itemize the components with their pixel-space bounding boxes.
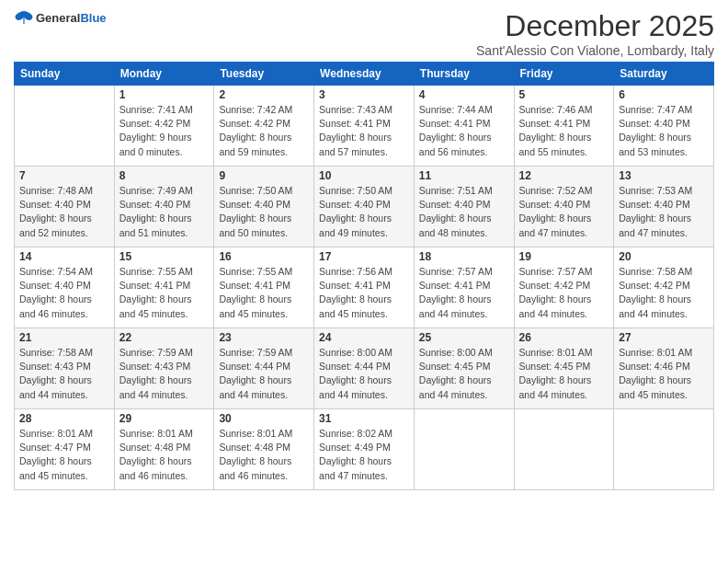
month-title: December 2025 <box>476 9 714 43</box>
day-info: Sunrise: 7:56 AM Sunset: 4:41 PM Dayligh… <box>319 265 409 321</box>
day-info: Sunrise: 8:01 AM Sunset: 4:47 PM Dayligh… <box>19 427 109 483</box>
day-number: 3 <box>319 88 409 101</box>
day-info: Sunrise: 8:01 AM Sunset: 4:48 PM Dayligh… <box>219 427 309 483</box>
day-number: 18 <box>419 250 509 263</box>
day-info: Sunrise: 7:44 AM Sunset: 4:41 PM Dayligh… <box>419 103 509 159</box>
day-info: Sunrise: 8:00 AM Sunset: 4:44 PM Dayligh… <box>319 346 409 402</box>
logo: General Blue <box>14 9 107 26</box>
day-number: 29 <box>119 412 210 425</box>
calendar-cell: 2Sunrise: 7:42 AM Sunset: 4:42 PM Daylig… <box>214 86 314 167</box>
day-number: 21 <box>19 331 109 344</box>
day-info: Sunrise: 7:53 AM Sunset: 4:40 PM Dayligh… <box>619 184 709 240</box>
day-info: Sunrise: 7:55 AM Sunset: 4:41 PM Dayligh… <box>119 265 210 321</box>
day-info: Sunrise: 7:59 AM Sunset: 4:43 PM Dayligh… <box>119 346 210 402</box>
day-number: 14 <box>19 250 109 263</box>
calendar-cell: 29Sunrise: 8:01 AM Sunset: 4:48 PM Dayli… <box>114 409 214 490</box>
day-info: Sunrise: 7:55 AM Sunset: 4:41 PM Dayligh… <box>219 265 309 321</box>
calendar-cell: 25Sunrise: 8:00 AM Sunset: 4:45 PM Dayli… <box>414 328 514 409</box>
day-info: Sunrise: 7:57 AM Sunset: 4:42 PM Dayligh… <box>519 265 609 321</box>
day-number: 19 <box>519 250 609 263</box>
week-row-3: 14Sunrise: 7:54 AM Sunset: 4:40 PM Dayli… <box>15 247 714 328</box>
calendar-cell: 27Sunrise: 8:01 AM Sunset: 4:46 PM Dayli… <box>614 328 714 409</box>
day-info: Sunrise: 7:58 AM Sunset: 4:43 PM Dayligh… <box>19 346 109 402</box>
header-friday: Friday <box>514 63 614 86</box>
day-number: 2 <box>219 88 309 101</box>
day-info: Sunrise: 7:48 AM Sunset: 4:40 PM Dayligh… <box>19 184 109 240</box>
day-number: 8 <box>119 169 210 182</box>
header-wednesday: Wednesday <box>314 63 415 86</box>
calendar-cell: 3Sunrise: 7:43 AM Sunset: 4:41 PM Daylig… <box>314 86 415 167</box>
calendar-cell: 5Sunrise: 7:46 AM Sunset: 4:41 PM Daylig… <box>514 86 614 167</box>
week-row-5: 28Sunrise: 8:01 AM Sunset: 4:47 PM Dayli… <box>15 409 714 490</box>
day-number: 23 <box>219 331 309 344</box>
day-info: Sunrise: 8:01 AM Sunset: 4:46 PM Dayligh… <box>619 346 709 402</box>
day-info: Sunrise: 7:46 AM Sunset: 4:41 PM Dayligh… <box>519 103 609 159</box>
calendar-cell: 4Sunrise: 7:44 AM Sunset: 4:41 PM Daylig… <box>414 86 514 167</box>
day-number: 31 <box>319 412 409 425</box>
day-info: Sunrise: 7:49 AM Sunset: 4:40 PM Dayligh… <box>119 184 210 240</box>
day-number: 24 <box>319 331 409 344</box>
day-number: 28 <box>19 412 109 425</box>
day-info: Sunrise: 8:00 AM Sunset: 4:45 PM Dayligh… <box>419 346 509 402</box>
day-number: 13 <box>619 169 709 182</box>
header-saturday: Saturday <box>614 63 714 86</box>
calendar-cell: 17Sunrise: 7:56 AM Sunset: 4:41 PM Dayli… <box>314 247 415 328</box>
calendar-cell: 7Sunrise: 7:48 AM Sunset: 4:40 PM Daylig… <box>15 167 115 247</box>
day-number: 25 <box>419 331 509 344</box>
day-number: 5 <box>519 88 609 101</box>
calendar-cell: 11Sunrise: 7:51 AM Sunset: 4:40 PM Dayli… <box>414 167 514 247</box>
day-info: Sunrise: 8:01 AM Sunset: 4:48 PM Dayligh… <box>119 427 210 483</box>
calendar-cell: 14Sunrise: 7:54 AM Sunset: 4:40 PM Dayli… <box>15 247 115 328</box>
week-row-2: 7Sunrise: 7:48 AM Sunset: 4:40 PM Daylig… <box>15 167 714 247</box>
calendar-cell: 26Sunrise: 8:01 AM Sunset: 4:45 PM Dayli… <box>514 328 614 409</box>
calendar-cell: 20Sunrise: 7:58 AM Sunset: 4:42 PM Dayli… <box>614 247 714 328</box>
calendar-cell <box>514 409 614 490</box>
day-number: 10 <box>319 169 409 182</box>
day-info: Sunrise: 7:51 AM Sunset: 4:40 PM Dayligh… <box>419 184 509 240</box>
location-subtitle: Sant'Alessio Con Vialone, Lombardy, Ital… <box>476 43 714 58</box>
calendar-cell: 10Sunrise: 7:50 AM Sunset: 4:40 PM Dayli… <box>314 167 415 247</box>
day-info: Sunrise: 7:54 AM Sunset: 4:40 PM Dayligh… <box>19 265 109 321</box>
logo-bird-icon <box>14 9 34 26</box>
logo-text: General Blue <box>36 11 107 25</box>
calendar-cell: 6Sunrise: 7:47 AM Sunset: 4:40 PM Daylig… <box>614 86 714 167</box>
calendar-cell: 22Sunrise: 7:59 AM Sunset: 4:43 PM Dayli… <box>114 328 214 409</box>
day-info: Sunrise: 7:52 AM Sunset: 4:40 PM Dayligh… <box>519 184 609 240</box>
day-number: 22 <box>119 331 210 344</box>
logo-general: General <box>36 11 80 25</box>
header-row: SundayMondayTuesdayWednesdayThursdayFrid… <box>15 63 714 86</box>
day-number: 16 <box>219 250 309 263</box>
day-number: 11 <box>419 169 509 182</box>
calendar-cell: 24Sunrise: 8:00 AM Sunset: 4:44 PM Dayli… <box>314 328 415 409</box>
calendar-cell: 31Sunrise: 8:02 AM Sunset: 4:49 PM Dayli… <box>314 409 415 490</box>
day-number: 6 <box>619 88 709 101</box>
day-number: 20 <box>619 250 709 263</box>
day-number: 17 <box>319 250 409 263</box>
day-info: Sunrise: 7:42 AM Sunset: 4:42 PM Dayligh… <box>219 103 309 159</box>
day-number: 26 <box>519 331 609 344</box>
calendar-cell <box>414 409 514 490</box>
page-header: General Blue December 2025 Sant'Alessio … <box>14 9 714 58</box>
day-number: 9 <box>219 169 309 182</box>
calendar-cell: 8Sunrise: 7:49 AM Sunset: 4:40 PM Daylig… <box>114 167 214 247</box>
calendar-cell: 21Sunrise: 7:58 AM Sunset: 4:43 PM Dayli… <box>15 328 115 409</box>
day-info: Sunrise: 7:41 AM Sunset: 4:42 PM Dayligh… <box>119 103 210 159</box>
header-sunday: Sunday <box>15 63 115 86</box>
calendar-cell <box>15 86 115 167</box>
calendar-cell: 23Sunrise: 7:59 AM Sunset: 4:44 PM Dayli… <box>214 328 314 409</box>
day-info: Sunrise: 7:59 AM Sunset: 4:44 PM Dayligh… <box>219 346 309 402</box>
header-monday: Monday <box>114 63 214 86</box>
title-block: December 2025 Sant'Alessio Con Vialone, … <box>476 9 714 58</box>
day-number: 27 <box>619 331 709 344</box>
day-info: Sunrise: 7:50 AM Sunset: 4:40 PM Dayligh… <box>319 184 409 240</box>
calendar-cell: 16Sunrise: 7:55 AM Sunset: 4:41 PM Dayli… <box>214 247 314 328</box>
day-info: Sunrise: 7:57 AM Sunset: 4:41 PM Dayligh… <box>419 265 509 321</box>
day-info: Sunrise: 7:47 AM Sunset: 4:40 PM Dayligh… <box>619 103 709 159</box>
logo-blue: Blue <box>80 11 106 25</box>
day-number: 12 <box>519 169 609 182</box>
calendar-cell: 28Sunrise: 8:01 AM Sunset: 4:47 PM Dayli… <box>15 409 115 490</box>
calendar-table: SundayMondayTuesdayWednesdayThursdayFrid… <box>14 62 714 490</box>
day-number: 1 <box>119 88 210 101</box>
day-number: 4 <box>419 88 509 101</box>
calendar-cell: 15Sunrise: 7:55 AM Sunset: 4:41 PM Dayli… <box>114 247 214 328</box>
